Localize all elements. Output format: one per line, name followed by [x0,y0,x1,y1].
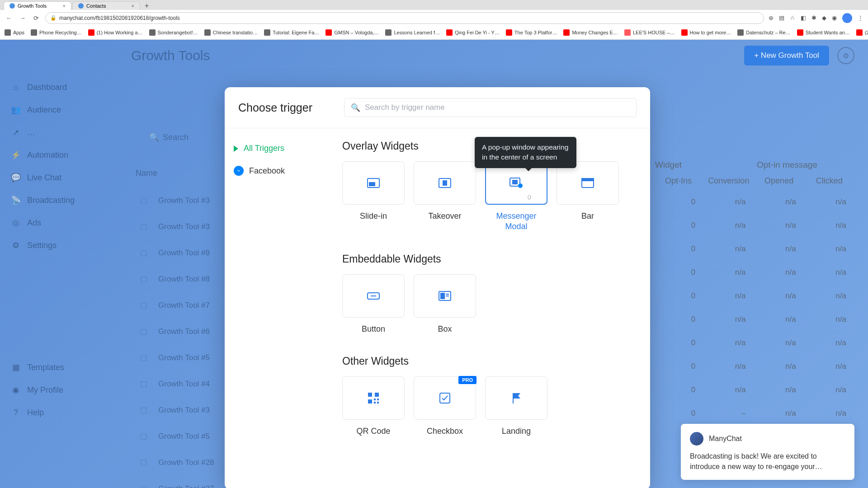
bookmark-item[interactable]: Phone Recycling… [31,29,82,36]
widget-messenger-modal[interactable]: ⬯ Messenger Modal [485,161,547,232]
widget-bar[interactable]: Bar [557,161,619,232]
sidebar-item-settings[interactable]: ⚙Settings [0,234,104,257]
sidebar-item-livechat[interactable]: 💬Live Chat [0,166,104,189]
modal-content: Overlay Widgets Slide-in Takeover ⬯ [329,128,650,488]
tool-icon: ▢ [140,432,150,441]
tool-icon: ▢ [140,196,150,206]
zoom-icon[interactable]: ⊕ [769,14,774,21]
tool-icon: ▢ [140,458,150,468]
filter-all-triggers[interactable]: All Triggers [234,137,320,160]
stats-row: 0n/an/an/a [653,284,854,308]
tool-icon: ▢ [140,274,150,284]
bookmark-item[interactable]: LEE'S HOUSE –… [624,29,675,36]
bookmark-item[interactable]: GMSN – Vologda,… [326,29,379,36]
widget-label: Takeover [428,211,461,221]
slide-in-icon [367,178,380,188]
bookmark-item[interactable]: Qing Fei De Yi - Y… [446,29,500,36]
sidebar-item-templates[interactable]: ▦Templates [0,356,104,379]
templates-icon: ▦ [11,362,21,372]
browser-tab[interactable]: Growth Tools × [4,1,71,10]
extension-icon[interactable]: ✱ [811,14,816,21]
widget-checkbox[interactable]: PRO Checkbox [414,376,476,436]
table-row[interactable]: ▢Growth Tool #6 [140,327,210,337]
table-row[interactable]: ▢Growth Tool #5 [140,353,210,363]
bookmark-item[interactable]: (1) How Working a… [88,29,143,36]
messenger-icon: ~ [234,166,244,176]
sidebar-item-dashboard[interactable]: ⌂Dashboard [0,76,104,99]
table-row[interactable]: ▢Growth Tool #3 [140,405,210,415]
table-row[interactable]: ▢Growth Tool #4 [140,379,210,389]
bookmark-item[interactable]: Tutorial: Eigene Fa… [264,29,320,36]
bookmark-item[interactable]: Chinese translatio… [204,29,258,36]
url-input[interactable]: 🔒 manychat.com/fb1981502081920618/growth… [45,12,764,24]
extension-icon[interactable]: ◆ [822,14,826,21]
cell-conv: n/a [703,244,754,253]
help-icon: ? [11,408,21,418]
table-row[interactable]: ▢Growth Tool #9 [140,248,210,258]
reload-button[interactable]: ⟳ [32,14,41,23]
tool-name: Growth Tool #28 [158,458,214,467]
sidebar-item-ads[interactable]: ◎Ads [0,211,104,234]
table-row[interactable]: ▢Growth Tool #27 [140,484,214,488]
sidebar-item-audience[interactable]: 👥Audience [0,99,104,121]
bookmark-item[interactable]: (2) How To Add A… [856,29,868,36]
bookmark-item[interactable]: Lessons Learned f… [385,29,440,36]
bookmark-item[interactable]: Money Changes E… [563,29,618,36]
sidebar-item-profile[interactable]: ◉My Profile [0,379,104,401]
table-row[interactable]: ▢Growth Tool #7 [140,300,210,310]
apps-button[interactable]: Apps [5,29,24,36]
close-icon[interactable]: × [132,3,134,9]
trigger-search-input[interactable]: 🔍 Search by trigger name [344,98,637,117]
star-icon[interactable]: ☆ [790,14,795,21]
settings-gear-icon[interactable]: ⚙ [837,47,854,64]
cell-opened: n/a [754,409,804,418]
svg-rect-3 [443,181,447,185]
bookmark-item[interactable]: The Top 3 Platfor… [506,29,557,36]
menu-icon[interactable]: ⋮ [858,14,863,21]
widget-landing[interactable]: Landing [485,376,547,436]
widget-qrcode[interactable]: QR Code [342,376,405,436]
browser-tab[interactable]: Contacts × [72,1,140,10]
bookmark-item[interactable]: Sonderangebot!… [149,29,198,36]
back-button[interactable]: ← [5,14,14,23]
notification-toast[interactable]: ManyChat Broadcasting is back! We are ex… [681,424,854,480]
stats-row: 0n/an/an/a [653,378,854,402]
extension-icon[interactable]: ◧ [801,14,806,21]
widget-button[interactable]: Button [342,274,405,334]
new-tab-button[interactable]: + [141,2,152,10]
sidebar-item-automation[interactable]: ⚡Automation [0,144,104,166]
bookmark-item[interactable]: Datenschutz – Re… [737,29,790,36]
forward-button[interactable]: → [18,14,27,23]
table-row[interactable]: ▢Growth Tool #8 [140,274,210,284]
table-row[interactable]: ▢Growth Tool #5 [140,432,210,441]
stats-row: 0n/an/an/a [653,261,854,284]
extension-icon[interactable]: ◉ [832,14,837,21]
table-row[interactable]: ▢Growth Tool #28 [140,458,214,468]
play-icon [234,145,238,152]
close-icon[interactable]: × [63,3,66,9]
sidebar-item-broadcasting[interactable]: 📡Broadcasting [0,189,104,211]
landing-icon [511,392,521,404]
cell-conv: n/a [703,291,754,300]
overlay-widgets-grid: Slide-in Takeover ⬯ Messenger Modal [342,161,637,232]
modal-title: Choose trigger [238,101,312,114]
filter-facebook[interactable]: ~ Facebook [234,160,320,182]
bookmark-item[interactable]: Student Wants an… [797,29,850,36]
cell-optins: 0 [653,315,703,324]
widget-takeover[interactable]: Takeover [414,161,476,232]
cell-optins: 0 [653,244,703,253]
widget-slide-in[interactable]: Slide-in [342,161,405,232]
table-row[interactable]: ▢Growth Tool #3 [140,222,210,232]
sidebar-item-help[interactable]: ?Help [0,401,104,424]
profile-icon: ◉ [11,385,21,395]
sidebar-item[interactable]: ➚… [0,121,104,144]
page-header: Growth Tools + New Growth Tool ⚙ [0,40,868,71]
translate-icon[interactable]: ▤ [779,14,784,21]
widget-box-embed[interactable]: Box [414,274,476,334]
new-growth-tool-button[interactable]: + New Growth Tool [744,46,829,66]
table-row[interactable]: ▢Growth Tool #3 [140,196,210,206]
search-placeholder[interactable]: 🔍Search [149,132,189,142]
profile-avatar[interactable] [842,13,852,23]
bookmark-item[interactable]: How to get more… [681,29,731,36]
stats-row: 0n/an/an/a [653,214,854,237]
